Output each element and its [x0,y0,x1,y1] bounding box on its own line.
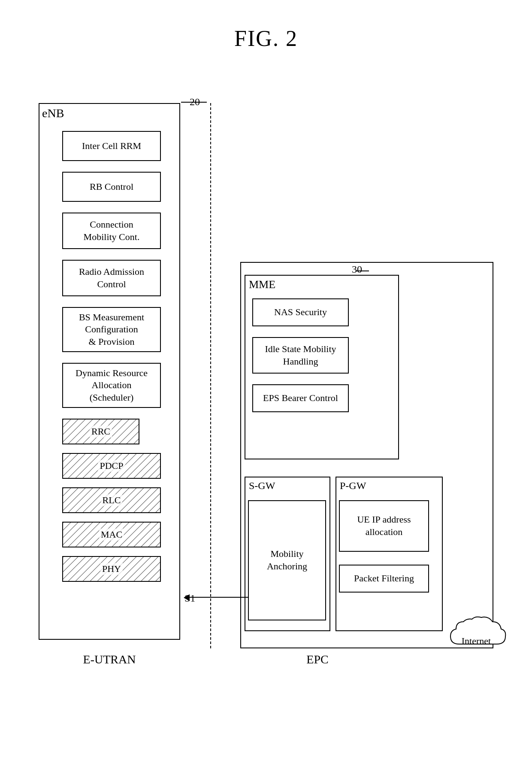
eps-bearer-label: EPS Bearer Control [263,392,338,404]
connection-mobility-label: ConnectionMobility Cont. [84,219,140,243]
mac-box: MAC [62,522,161,547]
page: FIG. 2 eNB 20 Inter Cell RRM RB Control … [0,0,532,760]
nas-security-label: NAS Security [274,306,327,319]
phy-label: PHY [100,563,123,575]
epc-label: EPC [240,653,395,666]
pgw-label: P-GW [340,480,366,492]
rb-control-box: RB Control [62,172,161,202]
bs-measurement-box: BS MeasurementConfiguration& Provision [62,307,161,352]
mobility-anchoring-label: MobilityAnchoring [267,548,307,572]
sgw-label: S-GW [249,480,275,492]
radio-admission-label: Radio AdmissionControl [79,266,144,290]
dynamic-resource-label: Dynamic ResourceAllocation(Scheduler) [76,367,148,404]
phy-box: PHY [62,556,161,582]
pgw-outer-box [336,477,443,631]
eps-bearer-box: EPS Bearer Control [252,384,349,412]
mac-label: MAC [99,529,124,541]
rlc-label: RLC [101,494,123,507]
rlc-box: RLC [62,487,161,513]
arrow-left [184,597,227,598]
mme-label: MME [249,278,275,291]
eutran-label: E-UTRAN [39,653,180,666]
inter-cell-rrm-box: Inter Cell RRM [62,131,161,161]
pdcp-label: PDCP [98,460,125,472]
idle-state-box: Idle State MobilityHandling [252,337,349,374]
pdcp-box: PDCP [62,453,161,479]
ref-30: 30 [352,264,362,275]
figure-title: FIG. 2 [0,0,532,51]
bs-measurement-label: BS MeasurementConfiguration& Provision [79,311,144,348]
ue-ip-label: UE IP addressallocation [357,514,411,538]
internet-label: Internet [444,635,508,647]
packet-filtering-label: Packet Filtering [354,572,414,585]
rrc-label: RRC [90,426,112,438]
mobility-anchoring-box: MobilityAnchoring [248,500,326,620]
packet-filtering-box: Packet Filtering [339,565,429,593]
dynamic-resource-box: Dynamic ResourceAllocation(Scheduler) [62,363,161,408]
inter-cell-rrm-label: Inter Cell RRM [82,140,141,152]
rb-control-label: RB Control [90,181,133,193]
ref-20: 20 [190,96,200,108]
radio-admission-box: Radio AdmissionControl [62,260,161,296]
rrc-box: RRC [62,419,139,444]
s1-dashed-line [210,103,211,648]
idle-state-label: Idle State MobilityHandling [265,343,336,368]
diagram-area: eNB 20 Inter Cell RRM RB Control Connect… [26,69,515,726]
arrowhead-left [184,594,190,601]
enb-label: eNB [42,106,64,120]
connection-mobility-box: ConnectionMobility Cont. [62,213,161,249]
ue-ip-box: UE IP addressallocation [339,500,429,552]
nas-security-box: NAS Security [252,298,349,326]
